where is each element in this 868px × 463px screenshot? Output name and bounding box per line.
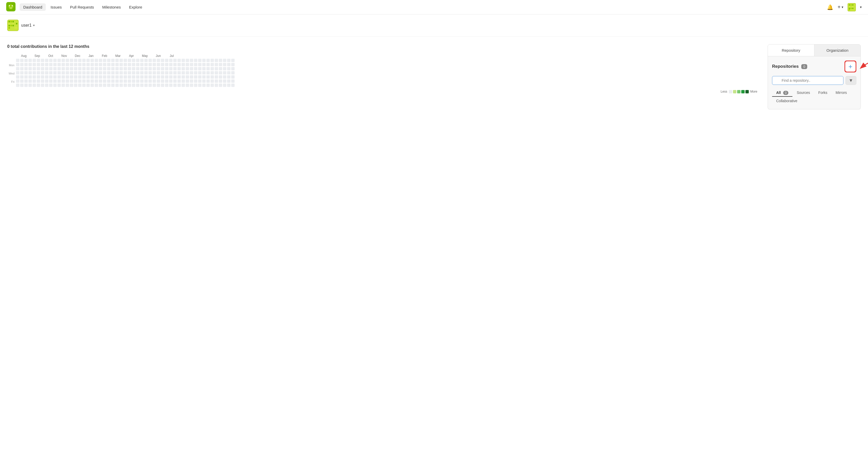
day-cell bbox=[231, 75, 235, 79]
day-cell bbox=[161, 71, 164, 74]
day-cell bbox=[95, 75, 98, 79]
day-cell bbox=[190, 80, 193, 83]
day-cell bbox=[231, 63, 235, 66]
day-cell bbox=[169, 75, 173, 79]
day-cell bbox=[207, 59, 210, 62]
nav-milestones[interactable]: Milestones bbox=[98, 3, 124, 11]
day-cell bbox=[107, 59, 111, 62]
day-cell bbox=[45, 59, 49, 62]
day-cell bbox=[49, 59, 53, 62]
filter-forks-label: Forks bbox=[818, 91, 827, 95]
repos-wrapper: + bbox=[844, 61, 856, 72]
day-cell bbox=[99, 67, 102, 70]
day-cell bbox=[120, 84, 123, 87]
day-cell bbox=[16, 67, 20, 70]
day-cell bbox=[128, 75, 131, 79]
week-0 bbox=[16, 59, 20, 88]
repo-filter-tabs: All 0 Sources Forks Mirrors Collaborativ… bbox=[772, 89, 856, 105]
tab-organization[interactable]: Organization bbox=[814, 44, 861, 56]
day-cell bbox=[82, 71, 86, 74]
user-avatar[interactable] bbox=[7, 20, 19, 31]
day-cell bbox=[128, 63, 131, 66]
contribution-legend: Less More bbox=[7, 90, 757, 93]
day-cell bbox=[111, 71, 115, 74]
chevron-down-icon: ▾ bbox=[842, 5, 843, 9]
week-14 bbox=[74, 59, 78, 88]
day-cell bbox=[161, 80, 164, 83]
week-17 bbox=[86, 59, 90, 88]
day-cell bbox=[41, 84, 44, 87]
repo-search-input[interactable] bbox=[772, 76, 843, 85]
week-42 bbox=[190, 59, 193, 88]
create-button[interactable]: + ▾ bbox=[837, 4, 843, 10]
day-cell bbox=[28, 67, 32, 70]
day-cell bbox=[173, 84, 177, 87]
day-cell bbox=[173, 67, 177, 70]
day-cell bbox=[149, 71, 152, 74]
navbar-chevron-icon[interactable]: ▾ bbox=[860, 5, 862, 9]
filter-all-label: All bbox=[776, 91, 781, 95]
notifications-icon[interactable]: 🔔 bbox=[827, 4, 833, 10]
filter-sources-label: Sources bbox=[797, 91, 810, 95]
day-cell bbox=[161, 84, 164, 87]
day-cell bbox=[198, 63, 202, 66]
day-cell bbox=[78, 75, 82, 79]
site-logo[interactable] bbox=[6, 2, 16, 12]
nav-issues[interactable]: Issues bbox=[47, 3, 65, 11]
day-cell bbox=[49, 63, 53, 66]
nav-explore[interactable]: Explore bbox=[125, 3, 146, 11]
week-6 bbox=[41, 59, 44, 88]
filter-tab-all[interactable]: All 0 bbox=[772, 89, 793, 97]
day-cell bbox=[86, 71, 90, 74]
filter-tab-forks[interactable]: Forks bbox=[814, 89, 832, 97]
day-cell bbox=[202, 67, 206, 70]
day-cell bbox=[78, 67, 82, 70]
day-cell bbox=[115, 75, 119, 79]
week-40 bbox=[182, 59, 185, 88]
day-cell bbox=[169, 71, 173, 74]
nav-pull-requests[interactable]: Pull Requests bbox=[66, 3, 98, 11]
user-name-row[interactable]: user1 ▾ bbox=[21, 23, 35, 28]
nav-dashboard[interactable]: Dashboard bbox=[20, 3, 46, 11]
day-cell bbox=[190, 67, 193, 70]
day-cell bbox=[215, 75, 218, 79]
navbar-avatar[interactable] bbox=[847, 3, 856, 11]
filter-tab-mirrors[interactable]: Mirrors bbox=[832, 89, 851, 97]
day-cell bbox=[202, 59, 206, 62]
day-cell bbox=[149, 67, 152, 70]
filter-tab-collaborative[interactable]: Collaborative bbox=[772, 97, 802, 105]
filter-button[interactable]: ▼ bbox=[845, 76, 856, 85]
user-name: user1 bbox=[21, 23, 32, 28]
day-cell bbox=[95, 67, 98, 70]
day-cell bbox=[132, 59, 135, 62]
svg-point-2 bbox=[12, 5, 13, 6]
day-cell bbox=[62, 63, 65, 66]
day-cell bbox=[227, 71, 230, 74]
day-cell bbox=[53, 71, 57, 74]
repo-search-row: 🔍 ▼ bbox=[772, 76, 856, 85]
add-repository-button[interactable]: + bbox=[844, 61, 856, 72]
contributions-section: 0 total contributions in the last 12 mon… bbox=[7, 44, 757, 110]
day-cell bbox=[66, 84, 69, 87]
day-cell bbox=[202, 80, 206, 83]
day-cell bbox=[37, 84, 40, 87]
week-50 bbox=[223, 59, 226, 88]
day-cell bbox=[103, 75, 106, 79]
day-cell bbox=[57, 67, 61, 70]
filter-tab-sources[interactable]: Sources bbox=[793, 89, 814, 97]
user-dropdown-chevron[interactable]: ▾ bbox=[33, 24, 35, 27]
navbar: Dashboard Issues Pull Requests Milestone… bbox=[0, 0, 868, 14]
day-cell bbox=[124, 59, 127, 62]
day-cell bbox=[49, 67, 53, 70]
day-cell bbox=[215, 80, 218, 83]
svg-rect-21 bbox=[10, 25, 12, 26]
day-cell bbox=[198, 84, 202, 87]
day-cell bbox=[136, 75, 140, 79]
week-2 bbox=[24, 59, 28, 88]
day-cell bbox=[62, 67, 65, 70]
day-cell bbox=[211, 80, 214, 83]
tab-repository[interactable]: Repository bbox=[768, 44, 814, 56]
day-cell bbox=[45, 63, 49, 66]
repo-panel-header: Repositories 0 + bbox=[772, 61, 856, 72]
day-cell bbox=[37, 75, 40, 79]
